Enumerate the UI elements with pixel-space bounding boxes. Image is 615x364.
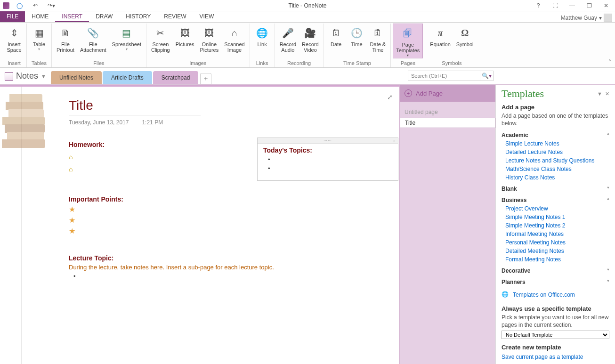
clipping-icon: ✂ bbox=[153, 25, 168, 40]
close-icon[interactable]: ✕ bbox=[600, 1, 612, 10]
undo-icon[interactable]: ↶ bbox=[29, 1, 41, 10]
tab-view[interactable]: VIEW bbox=[193, 11, 221, 22]
templates-panel-title: Templates bbox=[502, 88, 594, 100]
template-link[interactable]: Simple Lecture Notes bbox=[505, 140, 609, 147]
category-business[interactable]: Business˄ bbox=[502, 197, 609, 203]
tab-home[interactable]: HOME bbox=[25, 11, 55, 22]
tab-insert[interactable]: INSERT bbox=[55, 11, 89, 22]
minimize-icon[interactable]: — bbox=[566, 1, 578, 10]
ribbon: ⇕Insert Space Insert ▦Table▾ Tables 🗎Fil… bbox=[0, 23, 615, 68]
table-button[interactable]: ▦Table▾ bbox=[29, 24, 49, 58]
template-link[interactable]: History Class Notes bbox=[505, 174, 609, 181]
template-link[interactable]: Detailed Meeting Notes bbox=[505, 248, 609, 254]
table-icon: ▦ bbox=[32, 25, 47, 40]
back-icon[interactable]: ◯ bbox=[13, 1, 25, 10]
page-item-title[interactable]: Title bbox=[400, 118, 495, 128]
chevron-down-icon: ˅ bbox=[607, 280, 609, 285]
online-pictures-button[interactable]: 🖼Online Pictures bbox=[197, 24, 221, 58]
notebook-picker[interactable]: Notes ▼ bbox=[0, 71, 51, 81]
page-list-panel: + Add Page Untitled page Title bbox=[399, 85, 495, 364]
template-link[interactable]: Simple Meeting Notes 2 bbox=[505, 222, 609, 229]
scanned-image-button[interactable]: ⌂Scanned Image bbox=[221, 24, 247, 58]
bullet-item[interactable]: • bbox=[268, 165, 392, 172]
user-account[interactable]: Matthew Guay ▾ bbox=[561, 14, 615, 22]
section-row: Notes ▼ Unfiled Notes Article Drafts Scr… bbox=[0, 68, 615, 85]
equation-button[interactable]: πEquation bbox=[427, 24, 453, 58]
restore-icon[interactable]: ❐ bbox=[583, 1, 595, 10]
attachment-icon: 📎 bbox=[86, 25, 101, 40]
bullet-item[interactable]: • bbox=[268, 156, 392, 163]
chevron-down-icon: ▾ bbox=[599, 15, 602, 21]
chevron-up-icon: ˄ bbox=[607, 198, 609, 203]
add-page-button[interactable]: + Add Page bbox=[400, 85, 495, 102]
help-icon[interactable]: ? bbox=[532, 1, 544, 10]
ribbon-tabs: FILE HOME INSERT DRAW HISTORY REVIEW VIE… bbox=[0, 11, 615, 23]
default-template-select[interactable]: No Default Template bbox=[502, 331, 609, 339]
template-link[interactable]: Formal Meeting Notes bbox=[505, 256, 609, 263]
section-tab-unfiled[interactable]: Unfiled Notes bbox=[51, 71, 102, 84]
date-button[interactable]: 🗓Date bbox=[326, 24, 347, 58]
page-item-untitled[interactable]: Untitled page bbox=[400, 107, 495, 118]
templates-panel: Templates ▼ ✕ Add a page Add a page base… bbox=[495, 85, 615, 364]
record-audio-button[interactable]: 🎤Record Audio bbox=[277, 24, 299, 58]
always-use-heading: Always use a specific template bbox=[502, 305, 609, 312]
search-icon[interactable]: 🔍▾ bbox=[480, 71, 493, 81]
notebook-name: Notes bbox=[16, 71, 38, 81]
window-title: Title - OneNote bbox=[289, 2, 327, 9]
save-as-template-link[interactable]: Save current page as a template bbox=[502, 354, 609, 360]
tab-history[interactable]: HISTORY bbox=[119, 11, 157, 22]
tab-draw[interactable]: DRAW bbox=[89, 11, 119, 22]
file-printout-button[interactable]: 🗎File Printout bbox=[54, 24, 77, 58]
collapse-ribbon-icon[interactable]: ˄ bbox=[608, 59, 611, 65]
template-link[interactable]: Lecture Notes and Study Questions bbox=[505, 157, 609, 164]
category-decorative[interactable]: Decorative˅ bbox=[502, 267, 609, 274]
important-points-heading[interactable]: Important Points: bbox=[69, 195, 388, 203]
search-input[interactable] bbox=[408, 73, 480, 79]
section-tab-drafts[interactable]: Article Drafts bbox=[103, 71, 152, 84]
link-button[interactable]: 🌐Link bbox=[252, 24, 273, 58]
template-link[interactable]: Simple Meeting Notes 1 bbox=[505, 214, 609, 220]
date-time-button[interactable]: 🗓Date & Time bbox=[367, 24, 389, 58]
redo-icon[interactable]: ↷▾ bbox=[45, 1, 57, 10]
fullscreen-icon[interactable]: ⛶ bbox=[549, 1, 561, 10]
symbol-button[interactable]: ΩSymbol bbox=[453, 24, 477, 58]
screen-clipping-button[interactable]: ✂Screen Clipping bbox=[148, 24, 173, 58]
template-link[interactable]: Personal Meeting Notes bbox=[505, 239, 609, 246]
page-title[interactable]: Title bbox=[69, 98, 388, 115]
template-link[interactable]: Project Overview bbox=[505, 205, 609, 212]
add-page-description: Add a page based on one of the templates… bbox=[502, 113, 609, 127]
add-section-button[interactable]: ＋ bbox=[200, 73, 211, 84]
equation-icon: π bbox=[433, 25, 448, 40]
category-blank[interactable]: Blank˅ bbox=[502, 186, 609, 192]
add-page-subheading: Add a page bbox=[502, 104, 609, 111]
panel-options-icon[interactable]: ▼ bbox=[597, 91, 602, 97]
office-templates-link[interactable]: 🌐 Templates on Office.com bbox=[502, 291, 609, 299]
record-video-button[interactable]: 🎥Record Video bbox=[299, 24, 321, 58]
note-container[interactable]: ⋯⋯↔ Today's Topics: • • bbox=[257, 138, 398, 181]
template-link[interactable]: Informal Meeting Notes bbox=[505, 231, 609, 237]
note-grip[interactable]: ⋯⋯↔ bbox=[258, 138, 398, 144]
file-attachment-button[interactable]: 📎File Attachment bbox=[77, 24, 109, 58]
search-box[interactable]: 🔍▾ bbox=[408, 71, 494, 81]
insert-space-button[interactable]: ⇕Insert Space bbox=[4, 24, 24, 58]
section-tab-scratchpad[interactable]: Scratchpad bbox=[153, 71, 199, 84]
lecture-description[interactable]: During the lecture, take notes here. Ins… bbox=[69, 264, 388, 271]
spreadsheet-button[interactable]: ▤Spreadsheet▾ bbox=[109, 24, 144, 58]
time-button[interactable]: 🕒Time bbox=[347, 24, 367, 58]
panel-close-icon[interactable]: ✕ bbox=[605, 91, 609, 97]
template-link[interactable]: Math/Science Class Notes bbox=[505, 166, 609, 172]
template-link[interactable]: Detailed Lecture Notes bbox=[505, 149, 609, 155]
expand-page-icon[interactable]: ⤢ bbox=[387, 93, 393, 101]
tab-file[interactable]: FILE bbox=[0, 11, 25, 22]
pictures-button[interactable]: 🖼Pictures bbox=[173, 24, 197, 58]
calendar-icon: 🗓 bbox=[329, 25, 344, 40]
lecture-topic-heading[interactable]: Lecture Topic: bbox=[69, 254, 388, 262]
page-templates-button[interactable]: 🗐Page Templates▾ bbox=[393, 24, 423, 58]
page-canvas[interactable]: ⤢ Title Tuesday, June 13, 2017 1:21 PM H… bbox=[0, 85, 399, 364]
category-planners[interactable]: Planners˅ bbox=[502, 279, 609, 285]
tab-review[interactable]: REVIEW bbox=[157, 11, 193, 22]
chevron-down-icon: ˅ bbox=[607, 268, 609, 274]
category-academic[interactable]: Academic˄ bbox=[502, 132, 609, 138]
bullet-item[interactable]: • bbox=[73, 273, 388, 280]
todays-topics-heading[interactable]: Today's Topics: bbox=[263, 146, 392, 154]
